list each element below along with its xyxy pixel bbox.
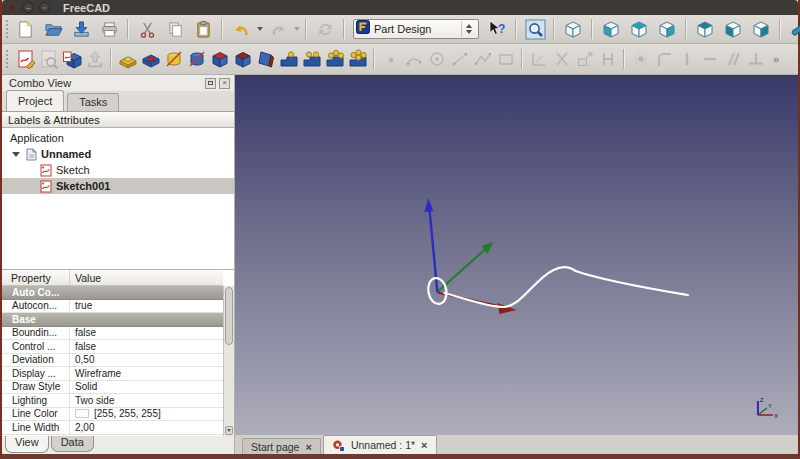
mdi-tab-start-page[interactable]: Start page× bbox=[242, 438, 321, 454]
constrain-vertical-button[interactable] bbox=[675, 47, 698, 72]
edit-sketch-icon bbox=[39, 49, 59, 69]
tab-view[interactable]: View bbox=[5, 436, 49, 453]
paste-button[interactable] bbox=[189, 17, 217, 42]
tab-close-icon[interactable]: × bbox=[305, 441, 311, 453]
cube-bottom-icon bbox=[723, 19, 743, 39]
axonometric-view-button[interactable] bbox=[559, 17, 587, 42]
scroll-down-button[interactable] bbox=[225, 426, 233, 435]
sk-perpendicular-icon bbox=[746, 49, 766, 69]
carbon-copy-button[interactable] bbox=[596, 47, 619, 72]
toolbar-grip[interactable] bbox=[6, 20, 8, 38]
constrain-coincident-button[interactable] bbox=[629, 47, 652, 72]
constrain-perpendicular-button[interactable] bbox=[744, 47, 767, 72]
panel-float-button[interactable] bbox=[205, 78, 216, 89]
create-line-button[interactable] bbox=[448, 47, 471, 72]
spinner-icon[interactable] bbox=[461, 21, 476, 37]
fit-all-button[interactable] bbox=[521, 17, 549, 42]
pad-button[interactable] bbox=[116, 47, 139, 72]
property-row[interactable]: Line Width2,00 bbox=[2, 421, 223, 435]
map-sketch-to-face-button[interactable] bbox=[60, 47, 83, 72]
rear-view-button[interactable] bbox=[691, 17, 719, 42]
scrollbar-thumb[interactable] bbox=[225, 287, 233, 345]
workbench-selector-value: Part Design bbox=[374, 23, 461, 35]
tab-project[interactable]: Project bbox=[6, 90, 64, 111]
edit-sketch-button[interactable] bbox=[37, 47, 60, 72]
tab-close-icon[interactable]: × bbox=[421, 439, 427, 451]
property-mode-tabs: View Data bbox=[2, 436, 234, 454]
chamfer-button[interactable] bbox=[231, 47, 254, 72]
top-view-button[interactable] bbox=[625, 17, 653, 42]
property-row[interactable]: Deviation0,50 bbox=[2, 354, 223, 368]
cube-left-icon bbox=[751, 19, 771, 39]
undo-button[interactable] bbox=[227, 17, 255, 42]
front-view-button[interactable] bbox=[597, 17, 625, 42]
tab-data[interactable]: Data bbox=[51, 436, 94, 452]
window-close-button[interactable]: × bbox=[7, 2, 18, 13]
undo-dropdown-arrow-icon[interactable] bbox=[255, 17, 264, 42]
new-document-button[interactable] bbox=[11, 17, 39, 42]
leave-sketch-button[interactable] bbox=[83, 47, 106, 72]
create-arc-button[interactable] bbox=[402, 47, 425, 72]
new-icon bbox=[16, 20, 35, 39]
create-fillet-button[interactable] bbox=[652, 47, 675, 72]
constrain-horizontal-button[interactable] bbox=[698, 47, 721, 72]
bottom-view-button[interactable] bbox=[719, 17, 747, 42]
constrain-parallel-button[interactable] bbox=[721, 47, 744, 72]
save-document-button[interactable] bbox=[67, 17, 95, 42]
pocket-button[interactable] bbox=[139, 47, 162, 72]
property-row[interactable]: Display ...Wireframe bbox=[2, 367, 223, 381]
property-group-row[interactable]: Base bbox=[2, 313, 223, 327]
property-row[interactable]: Autocon...true bbox=[2, 300, 223, 314]
property-row[interactable]: Boundin...false bbox=[2, 327, 223, 341]
right-view-button[interactable] bbox=[653, 17, 681, 42]
workbench-selector[interactable]: Part Design bbox=[353, 19, 479, 39]
left-view-button[interactable] bbox=[747, 17, 775, 42]
create-circle-button[interactable] bbox=[425, 47, 448, 72]
measure-distance-button[interactable] bbox=[785, 17, 800, 42]
multi-transform-button[interactable] bbox=[346, 47, 369, 72]
refresh-button[interactable] bbox=[311, 17, 339, 42]
property-row[interactable]: Control ...false bbox=[2, 340, 223, 354]
create-polyline-button[interactable] bbox=[471, 47, 494, 72]
linear-pattern-button[interactable] bbox=[300, 47, 323, 72]
property-group-row[interactable]: Auto Co... bbox=[2, 286, 223, 300]
toolbar-overflow-button[interactable]: » bbox=[767, 47, 790, 72]
copy-button[interactable] bbox=[161, 17, 189, 42]
mirrored-button[interactable] bbox=[277, 47, 300, 72]
draft-button[interactable] bbox=[254, 47, 277, 72]
expander-icon[interactable] bbox=[12, 152, 20, 157]
redo-button[interactable] bbox=[264, 17, 292, 42]
fillet-button[interactable] bbox=[208, 47, 231, 72]
tree-item-document[interactable]: Unnamed bbox=[2, 146, 234, 162]
groove-button[interactable] bbox=[185, 47, 208, 72]
mdi-tab-unnamed-1[interactable]: Unnamed : 1*× bbox=[323, 435, 437, 454]
external-geometry-button[interactable] bbox=[573, 47, 596, 72]
viewport-3d[interactable]: Z Y X bbox=[235, 75, 798, 435]
toolbar-grip[interactable] bbox=[6, 50, 11, 68]
property-row[interactable]: Draw StyleSolid bbox=[2, 381, 223, 395]
property-row[interactable]: LightingTwo side bbox=[2, 394, 223, 408]
extend-edge-button[interactable] bbox=[550, 47, 573, 72]
property-scrollbar[interactable] bbox=[223, 286, 234, 436]
trim-edge-button[interactable] bbox=[527, 47, 550, 72]
window-minimize-button[interactable]: – bbox=[23, 2, 34, 13]
tree-item-application[interactable]: Application bbox=[2, 130, 234, 146]
revolution-button[interactable] bbox=[162, 47, 185, 72]
cut-button[interactable] bbox=[133, 17, 161, 42]
tree-item-sketch001[interactable]: Sketch001 bbox=[2, 178, 234, 194]
sketch-spline[interactable] bbox=[444, 267, 687, 307]
create-sketch-button[interactable] bbox=[14, 47, 37, 72]
print-button[interactable] bbox=[95, 17, 123, 42]
panel-close-button[interactable]: × bbox=[219, 78, 230, 89]
whats-this-button[interactable]: ? bbox=[483, 17, 511, 42]
redo-dropdown-arrow-icon[interactable] bbox=[292, 17, 301, 42]
titlebar[interactable]: × – ▫ FreeCAD bbox=[2, 0, 798, 15]
create-rectangle-button[interactable] bbox=[494, 47, 517, 72]
polar-pattern-button[interactable] bbox=[323, 47, 346, 72]
tree-item-sketch[interactable]: Sketch bbox=[2, 162, 234, 178]
property-row[interactable]: Line Color[255, 255, 255] bbox=[2, 408, 223, 422]
tab-tasks[interactable]: Tasks bbox=[67, 93, 119, 111]
create-point-button[interactable] bbox=[379, 47, 402, 72]
window-maximize-button[interactable]: ▫ bbox=[39, 2, 50, 13]
open-document-button[interactable] bbox=[39, 17, 67, 42]
